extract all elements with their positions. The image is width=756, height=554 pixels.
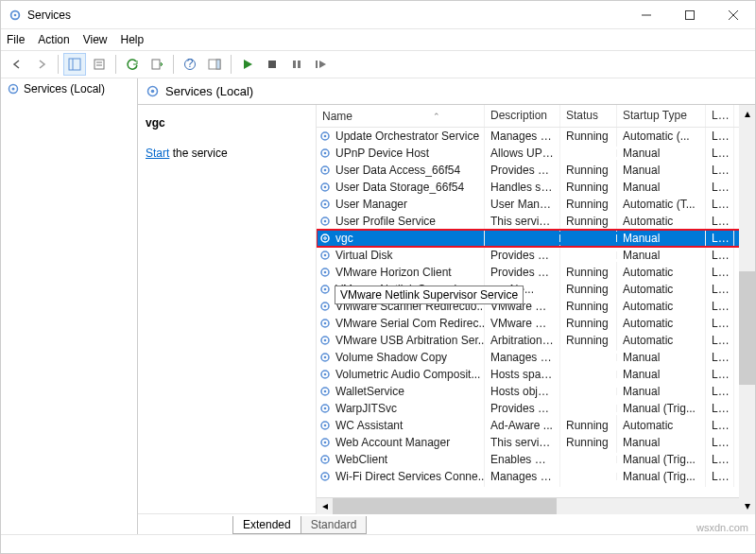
gear-icon: [7, 82, 20, 95]
detail-pane: vgc Start the service: [138, 105, 316, 513]
properties-button[interactable]: [88, 53, 111, 76]
svg-point-41: [324, 271, 327, 274]
scroll-thumb[interactable]: [333, 498, 557, 514]
menu-help[interactable]: Help: [121, 33, 145, 46]
service-name: WC Assistant: [335, 419, 403, 432]
gear-icon: [318, 419, 332, 432]
show-hide-tree-button[interactable]: [63, 53, 86, 76]
gear-icon: [318, 317, 332, 330]
service-name: Update Orchestrator Service: [335, 130, 479, 143]
svg-rect-17: [293, 61, 296, 68]
svg-point-53: [324, 373, 327, 376]
svg-point-37: [324, 237, 327, 240]
rows-container[interactable]: Update Orchestrator ServiceManages W...R…: [317, 128, 755, 497]
scroll-thumb[interactable]: [739, 271, 755, 384]
gear-icon: [318, 351, 332, 364]
svg-rect-15: [216, 60, 220, 69]
svg-point-57: [324, 407, 327, 410]
svg-rect-3: [686, 10, 695, 19]
gear-icon: [318, 334, 332, 347]
service-action-line: Start the service: [146, 147, 308, 160]
service-description: Manages co...: [485, 466, 560, 487]
col-status[interactable]: Status: [560, 105, 617, 127]
forward-button[interactable]: [30, 53, 53, 76]
main-body: Services (Local) Services (Local) vgc St…: [1, 78, 755, 534]
service-status: [560, 371, 617, 378]
menu-file[interactable]: File: [7, 33, 25, 46]
svg-rect-6: [69, 59, 80, 70]
tab-standard[interactable]: Standard: [301, 516, 368, 534]
gear-icon: [318, 266, 332, 279]
start-service-button[interactable]: [236, 53, 259, 76]
svg-point-25: [324, 135, 327, 138]
tooltip: VMware Netlink Supervisor Service: [335, 286, 524, 304]
col-startup-type[interactable]: Startup Type: [617, 105, 706, 127]
scroll-left-icon[interactable]: ◂: [317, 498, 333, 514]
gear-icon: [318, 436, 332, 449]
tree-item-services-local[interactable]: Services (Local): [1, 80, 137, 97]
service-status: [560, 473, 617, 480]
service-name: VMware USB Arbitration Ser...: [335, 334, 485, 347]
export-list-button[interactable]: [146, 53, 168, 76]
col-logon[interactable]: Log: [706, 105, 734, 127]
service-name: Volume Shadow Copy: [335, 351, 447, 364]
col-name[interactable]: Name⌃: [317, 105, 485, 127]
col-description[interactable]: Description: [485, 105, 560, 127]
service-status: [560, 251, 617, 259]
scroll-track[interactable]: [333, 498, 739, 514]
svg-rect-16: [268, 61, 276, 68]
pause-service-button[interactable]: [285, 53, 308, 76]
svg-rect-11: [152, 60, 160, 69]
svg-point-43: [324, 288, 327, 291]
gear-icon: [318, 453, 332, 466]
start-service-link[interactable]: Start: [146, 147, 169, 160]
toolbar-separator: [173, 55, 174, 74]
gear-icon: [318, 164, 332, 177]
window-title: Services: [27, 9, 625, 22]
toolbar-separator: [231, 55, 232, 74]
watermark: wsxdn.com: [696, 522, 748, 533]
service-name: Virtual Disk: [335, 249, 392, 262]
restart-service-button[interactable]: [310, 53, 333, 76]
minimize-button[interactable]: [625, 1, 668, 29]
svg-point-21: [12, 88, 15, 91]
scroll-down-icon[interactable]: ▾: [739, 497, 755, 513]
back-button[interactable]: [6, 53, 28, 76]
svg-rect-8: [94, 60, 104, 69]
svg-point-47: [324, 322, 327, 325]
refresh-button[interactable]: [121, 53, 144, 76]
svg-point-61: [324, 441, 327, 444]
service-name: User Data Access_66f54: [335, 164, 460, 177]
service-name: WalletService: [335, 385, 404, 398]
svg-rect-19: [316, 61, 318, 68]
service-row[interactable]: Wi-Fi Direct Services Conne...Manages co…: [317, 468, 755, 485]
service-status: [560, 234, 617, 242]
svg-point-1: [14, 13, 17, 16]
svg-point-49: [324, 339, 327, 342]
column-headers[interactable]: Name⌃ Description Status Startup Type Lo…: [317, 105, 755, 128]
close-button[interactable]: [712, 1, 755, 29]
window-controls: [625, 1, 755, 29]
horizontal-scrollbar[interactable]: ◂ ▸: [317, 497, 755, 513]
tree-item-label: Services (Local): [24, 82, 105, 95]
gear-icon: [318, 130, 332, 143]
svg-point-29: [324, 169, 327, 172]
gear-icon: [318, 368, 332, 381]
scroll-track[interactable]: [739, 121, 755, 497]
stop-service-button[interactable]: [261, 53, 284, 76]
vertical-scrollbar[interactable]: ▴ ▾: [739, 105, 755, 513]
svg-point-23: [151, 90, 155, 94]
tree-pane[interactable]: Services (Local): [1, 78, 138, 534]
help-button[interactable]: ?: [179, 53, 201, 76]
tab-extended[interactable]: Extended: [232, 516, 301, 534]
menu-action[interactable]: Action: [38, 33, 69, 46]
app-icon: [9, 9, 22, 22]
scroll-up-icon[interactable]: ▴: [739, 105, 755, 121]
maximize-button[interactable]: [668, 1, 712, 29]
svg-point-39: [324, 254, 327, 257]
gear-icon: [318, 181, 332, 194]
service-status: [560, 388, 617, 395]
menu-view[interactable]: View: [83, 33, 108, 46]
gear-icon: [318, 147, 332, 160]
show-hide-action-button[interactable]: [203, 53, 226, 76]
